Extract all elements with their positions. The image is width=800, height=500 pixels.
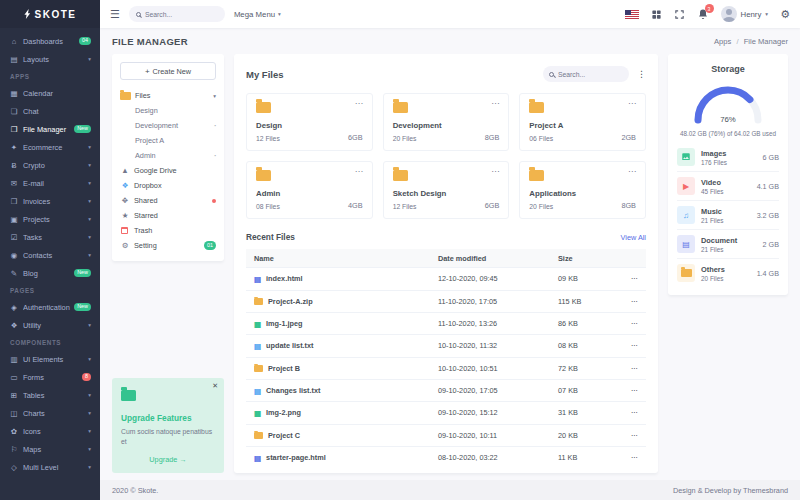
chevron-down-icon: ▾: [88, 322, 91, 328]
close-icon[interactable]: ✕: [212, 382, 218, 390]
tree-item-shared[interactable]: ✥ Shared: [120, 193, 216, 208]
sidebar-item-tasks[interactable]: ☑ Tasks ▾: [0, 228, 100, 246]
tree-item-setting[interactable]: ⚙ Setting 01: [120, 238, 216, 253]
folder-menu-icon[interactable]: ⋯: [355, 102, 363, 106]
tree-item-starred[interactable]: ★ Starred: [120, 208, 216, 223]
storage-item-size: 6 GB: [763, 153, 779, 162]
file-row-project-a-zip[interactable]: Project-A.zip 11-10-2020, 17:05 115 KB ⋯: [246, 290, 646, 312]
storage-item-document[interactable]: ▤ Document 21 Files 2 GB: [677, 230, 779, 259]
sidebar-item-ecommerce[interactable]: ✦ Ecommerce ▾: [0, 138, 100, 156]
sidebar-item-projects[interactable]: ▣ Projects ▾: [0, 210, 100, 228]
tree-item-trash[interactable]: Trash: [120, 223, 216, 238]
file-row-project-b[interactable]: Project B 10-10-2020, 10:51 72 KB ⋯: [246, 357, 646, 379]
tree-item-files[interactable]: Files ▾: [120, 88, 216, 103]
file-row-img-1-jpeg[interactable]: ▦Img-1.jpeg 11-10-2020, 13:26 86 KB ⋯: [246, 312, 646, 335]
folder-menu-icon[interactable]: ⋯: [628, 102, 636, 106]
sidebar-item-calendar[interactable]: ▦ Calendar: [0, 84, 100, 102]
folder-icon: [677, 264, 695, 282]
file-row-img-2-png[interactable]: ▦Img-2.png 09-10-2020, 15:12 31 KB ⋯: [246, 402, 646, 425]
file-row-starter-page-html[interactable]: ▤starter-page.html 08-10-2020, 03:22 11 …: [246, 446, 646, 468]
row-actions-menu[interactable]: ⋯: [606, 424, 646, 446]
tree-item-development[interactable]: Development ▪: [120, 118, 216, 133]
tree-item-google-drive[interactable]: ▲ Google Drive: [120, 163, 216, 178]
sidebar-item-crypto[interactable]: Ƀ Crypto ▾: [0, 156, 100, 174]
search-icon: [549, 72, 554, 77]
language-flag-button[interactable]: [625, 10, 639, 19]
global-search-input[interactable]: [145, 11, 218, 18]
storage-item-music[interactable]: ♫ Music 21 Files 3.2 GB: [677, 201, 779, 230]
sidebar-item-multi-level[interactable]: ◇ Multi Level ▾: [0, 458, 100, 476]
fullscreen-icon[interactable]: [674, 9, 685, 20]
storage-item-files: 45 Files: [701, 188, 723, 195]
upgrade-link[interactable]: Upgrade →: [121, 455, 215, 464]
row-actions-menu[interactable]: ⋯: [606, 290, 646, 312]
tree-item-project-a[interactable]: Project A: [120, 133, 216, 148]
row-actions-menu[interactable]: ⋯: [606, 357, 646, 379]
sidebar-item-blog[interactable]: ✎ Blog New: [0, 264, 100, 282]
charts-icon: ◫: [9, 409, 19, 418]
breadcrumb-apps[interactable]: Apps: [714, 37, 731, 46]
sidebar-item-chat[interactable]: ❏ Chat: [0, 102, 100, 120]
folder-menu-icon[interactable]: ⋯: [355, 170, 363, 174]
row-actions-menu[interactable]: ⋯: [606, 402, 646, 425]
sidebar-item-dashboards[interactable]: ⌂ Dashboards 04: [0, 32, 100, 50]
file-row-index-html[interactable]: ▤index.html 12-10-2020, 09:45 09 KB ⋯: [246, 268, 646, 291]
dropbox-icon: ❖: [120, 182, 130, 190]
folder-card-development[interactable]: ⋯ Development 20 Files 8GB: [383, 93, 510, 151]
sidebar-item-charts[interactable]: ◫ Charts ▾: [0, 404, 100, 422]
folder-icon: [121, 390, 136, 401]
apps-grid-icon[interactable]: [651, 9, 662, 20]
row-actions-menu[interactable]: ⋯: [606, 446, 646, 468]
folder-size: 8GB: [485, 133, 500, 142]
sidebar-item-maps[interactable]: ⚐ Maps ▾: [0, 440, 100, 458]
file-row-update-list-txt[interactable]: ▤update list.txt 10-10-2020, 11:32 08 KB…: [246, 335, 646, 358]
sidebar-item-utility[interactable]: ❖ Utility ▾: [0, 316, 100, 334]
folder-name: Development: [393, 121, 500, 130]
storage-item-video[interactable]: ▶ Video 45 Files 4.1 GB: [677, 172, 779, 201]
row-actions-menu[interactable]: ⋯: [606, 379, 646, 402]
storage-item-images[interactable]: Images 176 Files 6 GB: [677, 143, 779, 172]
sidebar-item-e-mail[interactable]: ✉ E-mail ▾: [0, 174, 100, 192]
file-row-project-c[interactable]: Project C 09-10-2020, 10:11 20 KB ⋯: [246, 424, 646, 446]
tree-item-dropbox[interactable]: ❖ Dropbox: [120, 178, 216, 193]
sidebar-item-label: Multi Level: [23, 463, 85, 472]
row-actions-menu[interactable]: ⋯: [606, 335, 646, 358]
mega-menu-button[interactable]: Mega Menu ▾: [234, 10, 281, 19]
folder-card-applications[interactable]: ⋯ Applications 20 Files 8GB: [519, 161, 646, 219]
sidebar-item-layouts[interactable]: ▤ Layouts ▾: [0, 50, 100, 68]
folder-menu-icon[interactable]: ⋯: [491, 170, 499, 174]
sidebar-item-contacts[interactable]: ◉ Contacts ▾: [0, 246, 100, 264]
sidebar-item-invoices[interactable]: ❒ Invoices ▾: [0, 192, 100, 210]
footer-copyright: 2020 © Skote.: [112, 486, 158, 495]
sidebar-item-file-manager[interactable]: ❐ File Manager New: [0, 120, 100, 138]
sidebar-item-icons[interactable]: ✿ Icons ▾: [0, 422, 100, 440]
file-row-changes-list-txt[interactable]: ▤Changes list.txt 09-10-2020, 17:05 07 K…: [246, 379, 646, 402]
storage-item-others[interactable]: Others 20 Files 1.4 GB: [677, 259, 779, 287]
tree-item-admin[interactable]: Admin ▪: [120, 148, 216, 163]
music-icon: ♫: [677, 206, 695, 224]
folder-card-project-a[interactable]: ⋯ Project A 06 Files 2GB: [519, 93, 646, 151]
tree-item-design[interactable]: Design: [120, 103, 216, 118]
file-name: starter-page.html: [266, 453, 326, 462]
sidebar-item-ui-elements[interactable]: ▥ UI Elements ▾: [0, 350, 100, 368]
row-actions-menu[interactable]: ⋯: [606, 268, 646, 291]
more-menu-icon[interactable]: ⋮: [637, 70, 646, 79]
sidebar-item-tables[interactable]: ⊞ Tables ▾: [0, 386, 100, 404]
brand-logo[interactable]: SKOTE: [0, 0, 100, 28]
menu-toggle-button[interactable]: ☰: [110, 8, 120, 21]
folder-card-design[interactable]: ⋯ Design 12 Files 6GB: [246, 93, 373, 151]
view-all-link[interactable]: View All: [621, 233, 646, 242]
folder-card-admin[interactable]: ⋯ Admin 08 Files 4GB: [246, 161, 373, 219]
folder-menu-icon[interactable]: ⋯: [628, 170, 636, 174]
user-menu[interactable]: Henry ▾: [721, 6, 769, 22]
sidebar-item-authentication[interactable]: ◈ Authentication New: [0, 298, 100, 316]
sidebar-item-forms[interactable]: ▭ Forms 8: [0, 368, 100, 386]
create-new-button[interactable]: + Create New: [120, 62, 216, 80]
folder-menu-icon[interactable]: ⋯: [491, 102, 499, 106]
row-actions-menu[interactable]: ⋯: [606, 312, 646, 335]
notifications-button[interactable]: 3: [697, 8, 709, 20]
folder-card-sketch-design[interactable]: ⋯ Sketch Design 12 Files 6GB: [383, 161, 510, 219]
settings-gear-icon[interactable]: ⚙: [780, 9, 790, 20]
file-size: 115 KB: [550, 290, 606, 312]
files-search-input[interactable]: [558, 71, 623, 78]
